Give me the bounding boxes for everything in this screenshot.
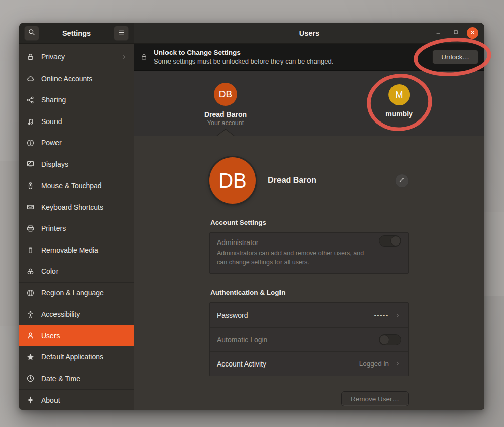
- page-title: Users: [134, 29, 484, 37]
- maximize-button[interactable]: [450, 27, 462, 39]
- chevron-right-icon: [395, 312, 401, 319]
- carousel-user-subtitle: Your account: [204, 119, 247, 127]
- section-heading: Authentication & Login: [210, 289, 409, 297]
- sidebar-item-accessibility[interactable]: Accessibility: [19, 303, 134, 325]
- sidebar-item-displays[interactable]: Displays: [19, 154, 134, 175]
- minimize-button[interactable]: [432, 27, 444, 39]
- sidebar-list: PrivacyOnline AccountsSharingSoundPowerD…: [19, 44, 134, 410]
- unlock-banner-subtitle: Some settings must be unlocked before th…: [154, 57, 333, 65]
- sidebar-item-sharing[interactable]: Sharing: [19, 89, 134, 111]
- sidebar-item-label: Sharing: [41, 96, 66, 104]
- sidebar-item-label: Displays: [41, 160, 68, 168]
- search-icon: [28, 28, 36, 38]
- sidebar-item-region-language[interactable]: Region & Language: [19, 282, 134, 304]
- user-avatar[interactable]: DB: [209, 157, 256, 204]
- row-account-activity[interactable]: Account ActivityLogged in: [210, 351, 408, 376]
- sidebar-item-label: Date & Time: [41, 375, 80, 383]
- user-full-name: Dread Baron: [268, 176, 316, 185]
- star-icon: [26, 353, 35, 361]
- remove-user-row: Remove User…: [209, 391, 409, 406]
- row-administrator-toggle[interactable]: [379, 235, 401, 247]
- sidebar-item-label: Power: [41, 139, 62, 147]
- sidebar-item-label: Mouse & Touchpad: [41, 181, 102, 190]
- unlock-banner: Unlock to Change Settings Some settings …: [134, 44, 484, 71]
- accessibility-icon: [26, 310, 35, 319]
- sidebar-item-users[interactable]: Users: [19, 325, 134, 347]
- sidebar-item-date-time[interactable]: Date & Time: [19, 368, 134, 390]
- display-icon: [26, 160, 35, 168]
- maximize-icon: [452, 29, 459, 37]
- row-administrator: AdministratorAdministrators can add and …: [210, 233, 408, 273]
- main-area: Users Unlock t: [134, 23, 484, 410]
- mouse-icon: [26, 181, 35, 190]
- menu-button[interactable]: [114, 26, 129, 41]
- chevron-right-icon: [121, 54, 128, 60]
- row-subtitle: Administrators can add and remove other …: [217, 249, 374, 267]
- sidebar-item-online-accounts[interactable]: Online Accounts: [19, 68, 134, 90]
- row-title: Account Activity: [217, 360, 266, 368]
- globe-icon: [26, 289, 35, 297]
- carousel-user-name: mumbly: [385, 110, 413, 118]
- sidebar-item-privacy[interactable]: Privacy: [19, 46, 134, 68]
- row-automatic-login: Automatic Login: [210, 327, 408, 351]
- printer-icon: [26, 224, 35, 233]
- sidebar-item-label: Region & Language: [41, 289, 104, 297]
- sidebar-item-about[interactable]: About: [19, 389, 134, 410]
- sidebar-item-mouse-touchpad[interactable]: Mouse & Touchpad: [19, 175, 134, 197]
- close-button[interactable]: [467, 27, 478, 39]
- unlock-banner-text: Unlock to Change Settings Some settings …: [154, 49, 333, 65]
- sidebar-item-power[interactable]: Power: [19, 132, 134, 154]
- sidebar-item-default-applications[interactable]: Default Applications: [19, 346, 134, 368]
- profile-row: DB Dread Baron: [209, 157, 409, 204]
- hamburger-menu-icon: [118, 29, 125, 38]
- edit-name-button[interactable]: [395, 174, 409, 188]
- row-value: •••••: [374, 312, 389, 318]
- row-value: Logged in: [359, 360, 389, 368]
- sidebar-item-sound[interactable]: Sound: [19, 111, 134, 133]
- sidebar-item-label: Privacy: [41, 53, 65, 61]
- sidebar-item-label: Removable Media: [41, 246, 98, 254]
- row-password[interactable]: Password•••••: [210, 303, 408, 327]
- carousel-user-dread-baron[interactable]: DBDread BaronYour account: [204, 83, 247, 127]
- sidebar-item-label: Users: [41, 332, 60, 340]
- settings-card: AdministratorAdministrators can add and …: [209, 232, 409, 274]
- unlock-button[interactable]: Unlock…: [432, 50, 478, 64]
- toggle-knob: [379, 335, 389, 345]
- sidebar-item-label: Default Applications: [41, 353, 103, 361]
- sparkle-icon: [26, 396, 35, 404]
- pencil-icon: [399, 176, 405, 185]
- sidebar-item-keyboard-shortcuts[interactable]: Keyboard Shortcuts: [19, 197, 134, 218]
- minimize-icon: [435, 29, 442, 37]
- sidebar-item-printers[interactable]: Printers: [19, 218, 134, 239]
- avatar-initials: DB: [218, 169, 247, 192]
- row-title: Password: [217, 311, 248, 319]
- keyboard-icon: [26, 203, 35, 211]
- color-icon: [26, 267, 35, 276]
- remove-user-button[interactable]: Remove User…: [341, 391, 409, 406]
- close-icon: [470, 29, 475, 37]
- desktop-background: Settings PrivacyOnline AccountsSharingSo…: [0, 0, 504, 427]
- row-automatic-login-toggle[interactable]: [379, 334, 401, 345]
- toggle-knob: [390, 236, 401, 246]
- carousel-user-name: Dread Baron: [204, 110, 247, 118]
- carousel-user-mumbly[interactable]: Mmumbly: [385, 84, 413, 118]
- row-title: Automatic Login: [217, 336, 267, 344]
- settings-card: Password•••••Automatic LoginAccount Acti…: [209, 302, 409, 376]
- user-panel-column: DB Dread Baron Account SettingsAdministr…: [209, 136, 409, 406]
- user-avatar: DB: [214, 83, 237, 106]
- section-heading: Account Settings: [210, 219, 409, 227]
- sidebar-item-color[interactable]: Color: [19, 261, 134, 282]
- settings-sections: Account SettingsAdministratorAdministrat…: [209, 219, 409, 376]
- sidebar-item-label: Online Accounts: [41, 75, 92, 83]
- chevron-right-icon: [395, 360, 401, 367]
- titlebar: Users: [134, 23, 484, 44]
- settings-window: Settings PrivacyOnline AccountsSharingSo…: [19, 23, 484, 410]
- search-button[interactable]: [24, 26, 39, 41]
- sidebar-item-label: Keyboard Shortcuts: [41, 203, 103, 211]
- sound-icon: [26, 117, 35, 126]
- user-avatar: M: [388, 84, 410, 105]
- sidebar-item-label: Accessibility: [41, 310, 80, 318]
- power-icon: [26, 139, 35, 147]
- user-panel: DB Dread Baron Account SettingsAdministr…: [134, 136, 484, 410]
- sidebar-item-removable-media[interactable]: Removable Media: [19, 239, 134, 261]
